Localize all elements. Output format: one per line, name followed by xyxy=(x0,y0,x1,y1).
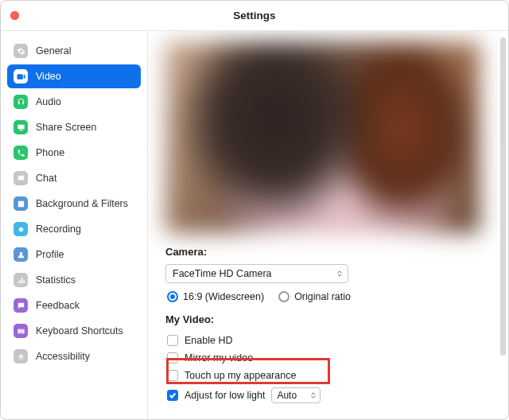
sidebar-item-feedback[interactable]: Feedback xyxy=(7,294,141,317)
sidebar-item-label: Recording xyxy=(36,224,81,235)
sidebar-item-accessibility[interactable]: Accessibility xyxy=(7,344,141,368)
sidebar-item-recording[interactable]: Recording xyxy=(7,217,141,241)
mirror-video-checkbox[interactable]: Mirror my video xyxy=(165,349,480,367)
low-light-mode-value: Auto xyxy=(277,390,297,401)
camera-section-label: Camera: xyxy=(165,246,480,258)
sidebar-item-label: Statistics xyxy=(36,274,76,286)
sidebar-item-video[interactable]: Video xyxy=(7,64,141,88)
headset-icon xyxy=(14,95,28,109)
sidebar-item-label: Background & Filters xyxy=(36,198,128,209)
aspect-ratio-group: 16:9 (Widescreen) Original ratio xyxy=(165,291,480,302)
checkbox-icon xyxy=(167,370,178,381)
sidebar-item-keyboard-shortcuts[interactable]: Keyboard Shortcuts xyxy=(7,319,141,343)
window-body: General Video Audio Share Screen xyxy=(1,31,508,419)
sidebar-item-share-screen[interactable]: Share Screen xyxy=(7,115,141,139)
checkbox-icon xyxy=(167,390,178,401)
mirror-video-label: Mirror my video xyxy=(185,352,253,364)
sidebar: General Video Audio Share Screen xyxy=(1,31,148,419)
scrollbar[interactable] xyxy=(500,37,506,356)
adjust-low-light-checkbox[interactable]: Adjust for low light xyxy=(167,390,265,401)
ratio-widescreen-label: 16:9 (Widescreen) xyxy=(183,291,264,302)
camera-select-value: FaceTime HD Camera xyxy=(173,268,272,279)
touchup-appearance-label: Touch up my appearance xyxy=(185,370,296,381)
close-window-button[interactable] xyxy=(10,11,19,20)
sidebar-item-label: Share Screen xyxy=(36,122,96,133)
profile-icon xyxy=(14,247,28,262)
ratio-widescreen[interactable]: 16:9 (Widescreen) xyxy=(167,291,264,302)
sidebar-item-label: Audio xyxy=(36,96,61,107)
radio-icon xyxy=(278,291,289,302)
sidebar-item-phone[interactable]: Phone xyxy=(7,141,141,165)
sidebar-item-label: Feedback xyxy=(36,300,80,311)
gear-icon xyxy=(14,44,28,58)
sidebar-item-statistics[interactable]: Statistics xyxy=(7,268,141,292)
adjust-low-light-label: Adjust for low light xyxy=(185,390,265,401)
titlebar: Settings xyxy=(1,1,508,31)
sidebar-item-chat[interactable]: Chat xyxy=(7,166,141,190)
window-title: Settings xyxy=(233,10,275,21)
sidebar-item-label: Profile xyxy=(36,249,64,260)
sidebar-item-audio[interactable]: Audio xyxy=(7,90,141,114)
svg-point-0 xyxy=(18,227,23,231)
chat-icon xyxy=(14,171,28,185)
sidebar-item-background-filters[interactable]: Background & Filters xyxy=(7,192,141,216)
always-display-name-checkbox[interactable]: Always display participant name on their… xyxy=(165,416,480,419)
sidebar-item-label: Keyboard Shortcuts xyxy=(36,325,123,336)
touchup-appearance-checkbox[interactable]: Touch up my appearance xyxy=(165,367,480,384)
ratio-original-label: Original ratio xyxy=(294,291,351,302)
sidebar-item-general[interactable]: General xyxy=(7,39,141,63)
background-icon xyxy=(14,196,28,211)
checkbox-icon xyxy=(167,352,178,364)
low-light-mode-select[interactable]: Auto xyxy=(271,387,321,403)
checkbox-icon xyxy=(167,335,178,346)
phone-icon xyxy=(14,146,28,160)
sidebar-item-label: Accessibility xyxy=(36,351,90,362)
share-screen-icon xyxy=(14,120,28,134)
camera-select[interactable]: FaceTime HD Camera xyxy=(165,264,348,283)
video-icon xyxy=(14,69,28,84)
accessibility-icon xyxy=(14,349,28,364)
sidebar-item-profile[interactable]: Profile xyxy=(7,243,141,266)
keyboard-icon xyxy=(14,324,28,338)
sidebar-item-label: Video xyxy=(36,71,61,82)
settings-window: Settings General Video Audio xyxy=(0,0,509,420)
content-panel: Camera: FaceTime HD Camera 16:9 (Widescr… xyxy=(148,31,508,419)
enable-hd-label: Enable HD xyxy=(185,335,232,346)
camera-preview xyxy=(165,42,480,233)
myvideo-section-label: My Video: xyxy=(165,313,480,325)
chevron-updown-icon xyxy=(310,392,317,399)
sidebar-item-label: Phone xyxy=(36,147,64,158)
radio-icon xyxy=(167,291,178,302)
record-icon xyxy=(14,222,28,236)
sidebar-item-label: Chat xyxy=(36,173,56,184)
chevron-updown-icon xyxy=(336,270,343,277)
sidebar-item-label: General xyxy=(36,45,71,56)
enable-hd-checkbox[interactable]: Enable HD xyxy=(165,332,480,349)
stats-icon xyxy=(14,273,28,287)
feedback-icon xyxy=(14,298,28,313)
ratio-original[interactable]: Original ratio xyxy=(278,291,351,302)
